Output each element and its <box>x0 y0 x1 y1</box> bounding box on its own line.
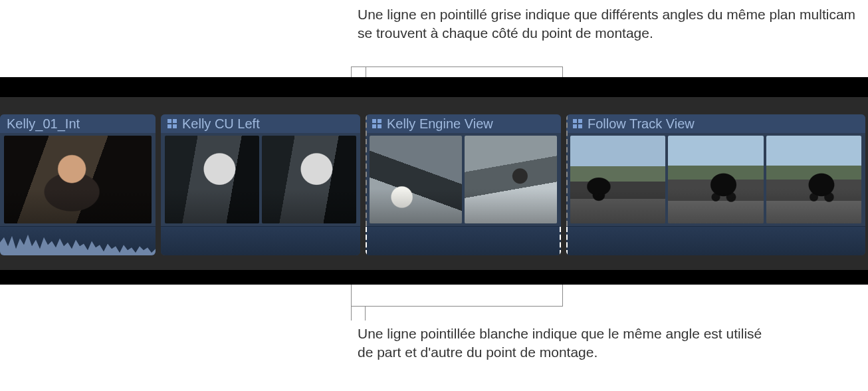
timeline-clip[interactable]: Kelly_01_Int <box>0 114 156 255</box>
clip-thumbnail <box>165 136 259 223</box>
svg-rect-5 <box>378 119 381 123</box>
clip-name-label: Kelly CU Left <box>182 116 260 132</box>
clip-filmstrip <box>366 133 561 226</box>
clip-filmstrip <box>161 133 360 226</box>
through-edit-indicator-white <box>366 227 367 255</box>
timeline-clip[interactable]: Kelly CU Left <box>161 114 360 255</box>
through-edit-indicator-grey <box>566 114 568 226</box>
primary-storyline[interactable]: Kelly_01_Int Kelly CU Left <box>0 114 868 255</box>
callout-connector <box>351 66 366 67</box>
callout-grey-dash-annotation: Une ligne en pointillé grise indique que… <box>358 5 863 43</box>
through-edit-indicator-white <box>566 227 568 255</box>
clip-audio-lane[interactable] <box>366 226 561 255</box>
clip-thumbnail <box>465 136 557 223</box>
timeline-clip[interactable]: Follow Track View <box>566 114 865 255</box>
timeline[interactable]: Kelly_01_Int Kelly CU Left <box>0 77 868 285</box>
svg-rect-2 <box>167 124 171 128</box>
clip-thumbnail <box>4 136 152 223</box>
callout-connector <box>365 306 562 307</box>
callout-connector <box>351 306 366 307</box>
svg-rect-7 <box>378 124 381 128</box>
clip-filmstrip <box>0 133 156 226</box>
svg-rect-1 <box>173 119 177 123</box>
svg-rect-11 <box>578 124 582 128</box>
clip-header: Kelly Engine View <box>366 114 561 133</box>
clip-thumbnail <box>262 136 356 223</box>
clip-audio-waveform[interactable] <box>0 226 156 255</box>
svg-rect-0 <box>167 119 171 123</box>
clip-filmstrip <box>566 133 865 226</box>
svg-rect-4 <box>372 119 376 123</box>
through-edit-indicator-white <box>560 227 561 255</box>
multicam-icon <box>167 119 177 128</box>
clip-thumbnail <box>570 136 665 223</box>
clip-audio-lane[interactable] <box>566 226 865 255</box>
svg-rect-10 <box>573 124 577 128</box>
multicam-icon <box>372 119 381 128</box>
callout-connector <box>366 66 562 67</box>
clip-header: Kelly CU Left <box>161 114 360 133</box>
clip-name-label: Kelly_01_Int <box>7 116 80 132</box>
clip-thumbnail <box>668 136 763 223</box>
timeline-clip[interactable]: Kelly Engine View <box>366 114 561 255</box>
svg-rect-6 <box>372 124 376 128</box>
clip-audio-lane[interactable] <box>161 226 360 255</box>
callout-connector <box>365 306 366 321</box>
callout-white-dash-annotation: Une ligne pointillée blanche indique que… <box>358 325 770 362</box>
clip-name-label: Kelly Engine View <box>387 116 493 132</box>
svg-rect-8 <box>573 119 577 123</box>
clip-header: Follow Track View <box>566 114 865 133</box>
clip-thumbnail <box>370 136 462 223</box>
svg-rect-3 <box>173 124 177 128</box>
clip-thumbnail <box>766 136 861 223</box>
through-edit-indicator-grey <box>366 114 367 226</box>
multicam-icon <box>573 119 582 128</box>
svg-rect-9 <box>578 119 582 123</box>
clip-header: Kelly_01_Int <box>0 114 156 133</box>
clip-name-label: Follow Track View <box>588 116 695 132</box>
